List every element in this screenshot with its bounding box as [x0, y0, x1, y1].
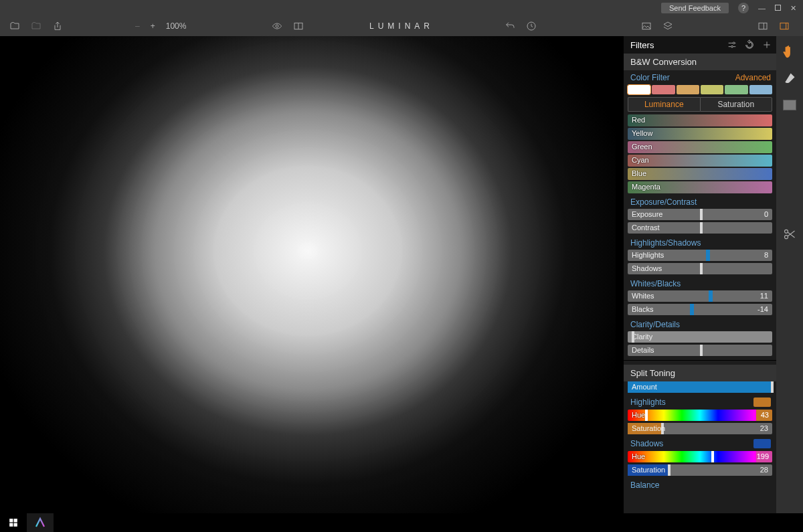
brush-tool[interactable]: [782, 71, 797, 86]
whites-group-title: Whites/Blacks: [624, 276, 776, 290]
zoom-out-button[interactable]: –: [135, 21, 140, 31]
svg-rect-16: [14, 523, 17, 527]
image-icon[interactable]: [641, 21, 652, 31]
contrast-slider[interactable]: Contrast: [628, 222, 772, 234]
start-button[interactable]: [0, 518, 27, 527]
image-canvas[interactable]: [0, 36, 616, 513]
svg-rect-13: [9, 519, 13, 522]
help-button[interactable]: ?: [738, 3, 749, 13]
undo-icon[interactable]: [505, 21, 515, 31]
svg-point-11: [785, 230, 788, 234]
luminance-blue-slider[interactable]: Blue: [628, 168, 772, 180]
split-shadows-subhead: Shadows: [624, 436, 776, 451]
svg-rect-14: [14, 519, 17, 522]
color-swatch-tool[interactable]: [782, 98, 797, 112]
color-filter-subhead: Color Filter Advanced: [624, 70, 776, 85]
highlights-hue-slider[interactable]: Hue43: [628, 410, 772, 421]
shadows-color-chip[interactable]: [753, 439, 771, 448]
hand-tool[interactable]: [782, 44, 797, 59]
shadows-saturation-slider[interactable]: Saturation28: [628, 464, 772, 476]
zoom-level[interactable]: 100%: [166, 21, 187, 31]
lum-sat-tabs: Luminance Saturation: [628, 97, 772, 112]
luminance-yellow-slider[interactable]: Yellow: [628, 128, 772, 140]
maximize-button[interactable]: [775, 4, 781, 12]
eye-preview-icon[interactable]: [272, 21, 282, 31]
shadows-slider[interactable]: Shadows: [628, 263, 772, 274]
clarity-slider[interactable]: Clarity: [628, 331, 772, 343]
edited-photo: [0, 36, 616, 513]
color-swatch-4[interactable]: [725, 85, 747, 94]
exposure-group-title: Exposure/Contrast: [624, 195, 776, 209]
luminance-red-slider[interactable]: Red: [628, 114, 772, 126]
whites-slider[interactable]: Whites11: [628, 290, 772, 302]
layout-split-icon[interactable]: [757, 21, 768, 31]
zoom-in-button[interactable]: +: [151, 21, 155, 31]
split-toning-header[interactable]: Split Toning: [624, 365, 776, 381]
amount-slider[interactable]: Amount: [628, 381, 772, 393]
main-toolbar: – + 100% LUMINAR: [0, 16, 803, 36]
color-filter-label: Color Filter: [630, 73, 670, 82]
color-filter-swatches: [624, 85, 776, 97]
compare-view-icon[interactable]: [293, 21, 304, 31]
highlights-slider[interactable]: Highlights8: [628, 250, 772, 261]
split-highlights-label: Highlights: [630, 397, 666, 407]
tab-luminance[interactable]: Luminance: [628, 97, 700, 112]
blacks-slider[interactable]: Blacks-14: [628, 304, 772, 315]
color-swatch-2[interactable]: [677, 85, 699, 94]
layout-panel-icon[interactable]: [779, 21, 790, 31]
svg-rect-4: [642, 23, 650, 29]
shadows-hue-slider[interactable]: Hue199: [628, 451, 772, 462]
filters-panel: Filters B&W Conversion Color Filter Adva…: [624, 36, 776, 513]
window-titlebar: Send Feedback ? — ✕: [0, 0, 803, 16]
filter-settings-icon[interactable]: [727, 39, 737, 50]
balance-label: Balance: [624, 478, 776, 492]
minimize-button[interactable]: —: [758, 4, 766, 12]
folder-icon[interactable]: [31, 21, 41, 31]
advanced-toggle[interactable]: Advanced: [735, 73, 771, 82]
app-title: LUMINAR: [369, 21, 434, 31]
svg-rect-15: [9, 523, 13, 527]
share-icon[interactable]: [52, 21, 63, 31]
color-swatch-0[interactable]: [628, 85, 650, 94]
highlights-group-title: Highlights/Shadows: [624, 236, 776, 250]
bw-section-header[interactable]: B&W Conversion: [624, 54, 776, 70]
highlights-color-chip[interactable]: [753, 397, 771, 407]
tab-saturation[interactable]: Saturation: [700, 97, 773, 112]
svg-point-0: [276, 25, 278, 27]
exposure-slider[interactable]: Exposure0: [628, 209, 772, 220]
tool-strip: [776, 36, 803, 513]
luminance-magenta-slider[interactable]: Magenta: [628, 181, 772, 193]
color-swatch-5[interactable]: [749, 85, 772, 94]
luminar-taskbar-icon[interactable]: [27, 513, 54, 532]
svg-point-10: [731, 46, 733, 48]
close-button[interactable]: ✕: [790, 4, 796, 13]
highlights-saturation-slider[interactable]: Saturation23: [628, 423, 772, 434]
svg-point-12: [785, 236, 788, 239]
split-highlights-subhead: Highlights: [624, 395, 776, 410]
color-swatch-1[interactable]: [652, 85, 675, 94]
svg-point-9: [733, 42, 735, 44]
svg-rect-7: [780, 23, 788, 29]
open-folder-icon[interactable]: [9, 21, 20, 31]
luminance-green-slider[interactable]: Green: [628, 141, 772, 153]
luminance-cyan-slider[interactable]: Cyan: [628, 155, 772, 167]
panel-title: Filters: [630, 40, 654, 50]
layers-icon[interactable]: [662, 21, 673, 31]
history-icon[interactable]: [526, 21, 537, 31]
clarity-group-title: Clarity/Details: [624, 317, 776, 331]
reset-icon[interactable]: [744, 39, 755, 50]
color-swatch-3[interactable]: [701, 85, 723, 94]
scissors-tool[interactable]: [782, 227, 797, 242]
send-feedback-button[interactable]: Send Feedback: [661, 3, 729, 13]
panel-header: Filters: [624, 36, 776, 54]
add-filter-icon[interactable]: [762, 39, 772, 50]
details-slider[interactable]: Details: [628, 345, 772, 356]
svg-rect-5: [759, 23, 767, 29]
windows-taskbar: [0, 513, 803, 532]
split-shadows-label: Shadows: [630, 439, 663, 448]
